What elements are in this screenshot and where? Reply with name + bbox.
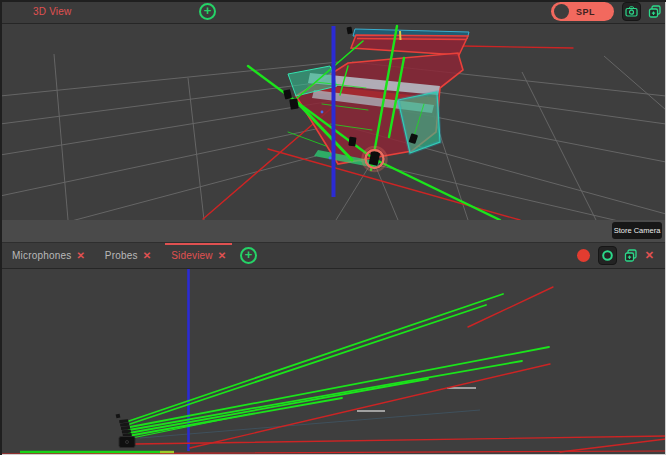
add-view-button-bottom[interactable]: + xyxy=(240,247,257,264)
tab-3d-view[interactable]: 3D View xyxy=(0,0,193,23)
duplicate-view-button-bottom[interactable] xyxy=(624,249,638,263)
active-tab-indicator xyxy=(165,243,232,245)
viewport-sideview[interactable] xyxy=(0,267,666,455)
line-array-speaker[interactable] xyxy=(116,414,135,448)
red-rays-sideview xyxy=(0,287,666,454)
record-icon[interactable] xyxy=(577,249,590,262)
close-icon[interactable]: ✕ xyxy=(76,251,84,261)
close-icon[interactable]: ✕ xyxy=(645,249,654,262)
close-icon[interactable]: ✕ xyxy=(143,251,151,261)
speaker-base-cabinet[interactable] xyxy=(119,437,135,448)
bottom-view-bar: Microphones ✕ Probes ✕ Sideview ✕ + xyxy=(0,242,666,269)
duplicate-view-button[interactable] xyxy=(648,5,662,19)
tab-sideview[interactable]: Sideview ✕ xyxy=(161,243,236,268)
camera-icon xyxy=(625,6,638,17)
tab-microphones-label: Microphones xyxy=(12,250,71,261)
splitter-band[interactable] xyxy=(0,220,666,242)
tab-probes[interactable]: Probes ✕ xyxy=(95,243,161,268)
ring-button[interactable] xyxy=(598,246,617,265)
viewport-3d[interactable] xyxy=(0,23,666,220)
green-rays-sideview xyxy=(127,294,549,439)
probe-dot xyxy=(321,111,324,114)
close-icon[interactable]: ✕ xyxy=(218,251,226,261)
scene-sideview xyxy=(0,267,666,455)
app-window: 3D View + SPL xyxy=(0,0,666,455)
active-tab-indicator xyxy=(17,0,193,2)
spl-toggle-label: SPL xyxy=(576,7,595,17)
duplicate-view-icon xyxy=(648,5,662,19)
yellow-marker xyxy=(400,31,401,40)
probe-dot xyxy=(329,157,332,160)
tab-3d-view-label: 3D View xyxy=(33,6,71,17)
top-view-bar: 3D View + SPL xyxy=(0,0,666,24)
tab-sideview-label: Sideview xyxy=(171,250,213,261)
tab-microphones[interactable]: Microphones ✕ xyxy=(0,243,95,268)
store-camera-tooltip-label: Store Camera xyxy=(614,226,661,235)
speaker-left[interactable] xyxy=(289,98,299,109)
spl-toggle[interactable]: SPL xyxy=(551,2,614,21)
camera-button[interactable] xyxy=(622,2,641,21)
add-view-button[interactable]: + xyxy=(199,3,216,20)
tab-probes-label: Probes xyxy=(105,250,138,261)
duplicate-view-icon xyxy=(624,249,638,263)
speaker-mid[interactable] xyxy=(348,137,356,147)
scene-3d xyxy=(0,23,666,220)
gray-dashes xyxy=(357,388,476,411)
spl-toggle-knob[interactable] xyxy=(554,4,569,19)
store-camera-tooltip: Store Camera xyxy=(612,222,662,239)
speaker-balcony[interactable] xyxy=(347,27,353,35)
ring-icon xyxy=(601,249,614,262)
speaker-left-top[interactable] xyxy=(283,89,292,99)
